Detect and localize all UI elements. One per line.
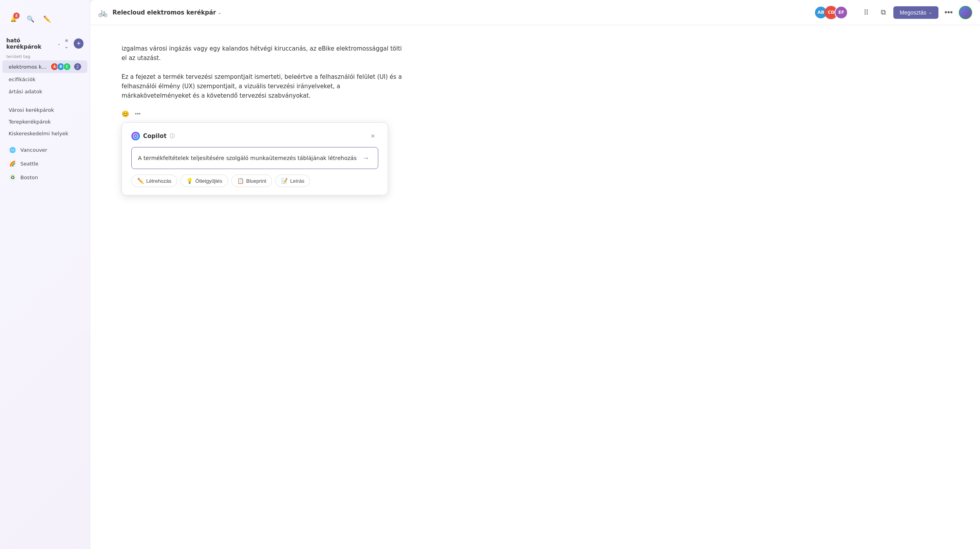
description-icon: 📝 — [281, 178, 288, 184]
chevron-icon: ⌄ — [57, 41, 61, 46]
expand-icon: ⧉ — [881, 8, 886, 16]
boston-icon: ♻️ — [9, 173, 16, 181]
nav-item-label: Városi kerékpárok — [9, 107, 54, 113]
nav-section: Városi kerékpárok Terepkerékpárok Kisker… — [0, 104, 90, 140]
copilot-action-leiras[interactable]: 📝 Leírás — [275, 175, 310, 187]
action-label: Blueprint — [246, 178, 266, 184]
copilot-logo-svg — [133, 133, 138, 139]
send-icon: → — [362, 154, 369, 162]
notification-badge: 8 — [13, 13, 20, 19]
location-section: 🌐 Vancouver 🌈 Seattle ♻️ Boston — [0, 143, 90, 184]
sort-button[interactable]: ≡ ⌄ — [61, 37, 72, 50]
copilot-input-area: → — [131, 147, 378, 169]
compose-icon: ✏️ — [43, 15, 51, 23]
copilot-logo — [131, 132, 140, 140]
document-paragraph-2: Ez a fejezet a termék tervezési szempont… — [122, 72, 404, 100]
sidebar: 🔔 8 🔍 ✏️ ható kerékpárok ⌄ ≡ ⌄ + terület… — [0, 0, 90, 549]
location-label: Vancouver — [20, 147, 47, 153]
copilot-action-otletgyujtes[interactable]: 💡 Ötletgyűjtés — [180, 175, 228, 187]
paragraph-1-text: izgalmas városi ingázás vagy egy kalando… — [122, 44, 404, 63]
action-label: Ötletgyűjtés — [195, 178, 222, 184]
more-button[interactable]: ••• — [942, 5, 956, 20]
bike-icon: 🚲 — [98, 8, 108, 17]
document-paragraph-1: izgalmas városi ingázás vagy egy kalando… — [122, 44, 404, 63]
copilot-panel: Copilot ⓘ × → ✏️ Létrehozás 💡 — [122, 122, 388, 195]
copilot-actions: ✏️ Létrehozás 💡 Ötletgyűjtés 📋 Blueprint… — [131, 175, 378, 187]
close-icon: × — [371, 132, 375, 140]
copilot-input[interactable] — [138, 155, 357, 161]
sidebar-item-specifikacik[interactable]: ecifikációk — [2, 74, 87, 85]
copilot-info-icon[interactable]: ⓘ — [170, 133, 175, 140]
sidebar-item-kisker[interactable]: Kiskereskedelmi helyek — [2, 128, 87, 139]
copilot-close-button[interactable]: × — [367, 131, 378, 142]
channel-avatars: A B C — [51, 63, 71, 71]
more-icon: ••• — [944, 8, 953, 17]
notification-button[interactable]: 🔔 8 — [6, 12, 20, 26]
channel-name: elektromos kerékpá... — [9, 64, 47, 70]
more-reactions-button[interactable]: ••• — [132, 110, 143, 118]
section-title-text: ható kerékpárok — [6, 37, 55, 50]
add-channel-button[interactable]: + — [74, 38, 83, 49]
sidebar-section-title: ható kerékpárok ⌄ — [6, 37, 61, 50]
compose-button[interactable]: ✏️ — [41, 13, 53, 25]
location-label: Boston — [20, 175, 38, 180]
sidebar-item-seattle[interactable]: 🌈 Seattle — [2, 157, 87, 170]
sidebar-top: 🔔 8 🔍 ✏️ — [0, 0, 90, 32]
nav-item-label: Kiskereskedelmi helyek — [9, 131, 68, 136]
paragraph-2-text: Ez a fejezet a termék tervezési szempont… — [122, 72, 404, 100]
topbar-title-text: Relecloud elektromos kerékpár — [113, 9, 216, 16]
action-label: Létrehozás — [146, 178, 171, 184]
document-content: izgalmas városi ingázás vagy egy kalando… — [90, 25, 980, 549]
sidebar-item-label: ecifikációk — [9, 76, 35, 82]
apps-icon: ⠿ — [864, 8, 869, 17]
topbar-avatars: AB CD EF — [814, 6, 848, 19]
apps-button[interactable]: ⠿ — [859, 5, 873, 20]
reaction-bar: 😊 ••• — [122, 110, 949, 118]
sidebar-subtitle: területi tag — [0, 53, 90, 60]
main-content: 🚲 Relecloud elektromos kerékpár ⌄ AB CD … — [90, 0, 980, 549]
seattle-icon: 🌈 — [9, 160, 16, 167]
copilot-action-letrehozas[interactable]: ✏️ Létrehozás — [131, 175, 177, 187]
sidebar-controls: ≡ ⌄ + — [61, 37, 83, 50]
topbar-title: Relecloud elektromos kerékpár ⌄ — [113, 9, 221, 16]
nav-item-label: Terepkerékpárok — [9, 119, 51, 125]
copilot-header: Copilot ⓘ × — [131, 131, 378, 142]
vancouver-icon: 🌐 — [9, 146, 16, 154]
topbar-avatar-3[interactable]: EF — [835, 6, 848, 19]
search-button[interactable]: 🔍 — [24, 13, 37, 25]
sidebar-item-terep[interactable]: Terepkerékpárok — [2, 116, 87, 127]
edit-icon: ✏️ — [137, 178, 144, 184]
topbar-chevron-icon: ⌄ — [218, 10, 221, 15]
share-button[interactable]: Megosztás ⌄ — [893, 6, 938, 19]
topbar-controls: ⠿ ⧉ Megosztás ⌄ ••• — [859, 5, 972, 20]
share-chevron-icon: ⌄ — [929, 10, 932, 15]
sidebar-item-label: ártási adatok — [9, 89, 42, 95]
blueprint-icon: 📋 — [237, 178, 244, 184]
sidebar-item-boston[interactable]: ♻️ Boston — [2, 171, 87, 184]
action-label: Leírás — [290, 178, 304, 184]
sidebar-item-artasi[interactable]: ártási adatok — [2, 86, 87, 97]
avatar-3: C — [63, 63, 71, 71]
search-icon: 🔍 — [27, 15, 34, 23]
expand-button[interactable]: ⧉ — [876, 5, 890, 20]
copilot-title: Copilot — [143, 133, 167, 140]
emoji-react-button[interactable]: 😊 — [122, 110, 129, 118]
sidebar-item-varosi[interactable]: Városi kerékpárok — [2, 104, 87, 116]
bulb-icon: 💡 — [186, 178, 193, 184]
sidebar-channel-elektromos[interactable]: elektromos kerékpá... A B C 2 — [2, 60, 87, 73]
channel-badge: 2 — [74, 63, 81, 70]
sidebar-section-header: ható kerékpárok ⌄ ≡ ⌄ + — [0, 32, 90, 53]
copilot-action-blueprint[interactable]: 📋 Blueprint — [231, 175, 272, 187]
share-label: Megosztás — [900, 9, 926, 16]
location-label: Seattle — [20, 161, 38, 167]
user-avatar[interactable] — [959, 6, 972, 19]
topbar: 🚲 Relecloud elektromos kerékpár ⌄ AB CD … — [90, 0, 980, 25]
copilot-send-button[interactable]: → — [360, 152, 372, 164]
sidebar-item-vancouver[interactable]: 🌐 Vancouver — [2, 143, 87, 156]
